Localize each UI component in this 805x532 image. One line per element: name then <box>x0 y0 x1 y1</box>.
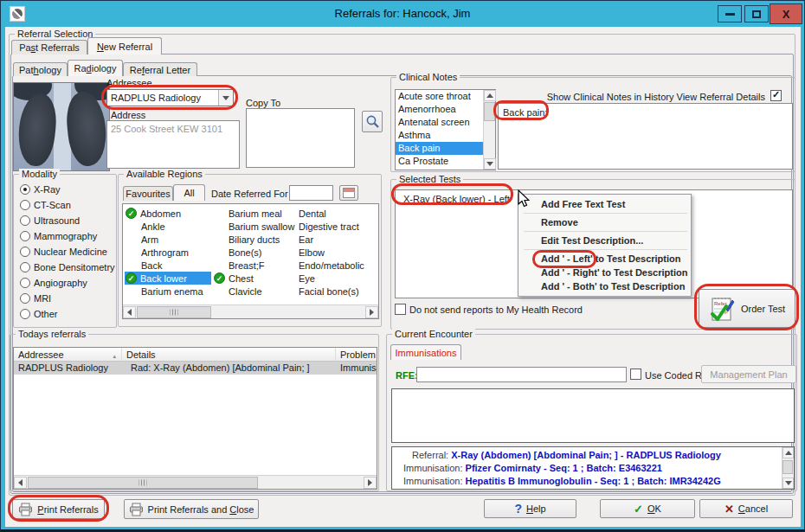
address-value: 25 Cook Street KEW 3101 <box>107 121 239 137</box>
tab-new-referral[interactable]: New Referral <box>87 37 162 54</box>
chevron-down-icon[interactable] <box>218 90 233 106</box>
title-bar: Referrals for: Hancock, Jim X <box>1 1 804 27</box>
menu-item-edit-description[interactable]: Edit Test Description... <box>520 234 689 247</box>
address-box: 25 Cook Street KEW 3101 <box>106 120 240 169</box>
copy-to-label: Copy To <box>246 98 280 108</box>
tab-pathology[interactable]: Pathology <box>13 62 68 76</box>
mouse-cursor-icon <box>518 189 530 208</box>
region-arm[interactable]: Arm <box>125 233 211 246</box>
column-header-addressee[interactable]: Addressee▴ <box>14 348 122 362</box>
tab-past-referrals[interactable]: Past Referrals <box>11 40 87 54</box>
list-item[interactable]: Asthma <box>396 129 495 142</box>
radio-angiography[interactable]: Angiography <box>20 278 87 288</box>
tab-all[interactable]: All <box>173 184 205 201</box>
clinical-notes-scrollbar[interactable] <box>483 90 495 170</box>
context-menu: Add Free Text Test Remove Edit Test Desc… <box>518 194 692 297</box>
todays-referrals-hscrollbar[interactable] <box>14 475 377 489</box>
print-referrals-button[interactable]: Print Referrals <box>12 499 105 519</box>
todays-referrals-group: Todays referrals Addressee▴ Details Prob… <box>10 334 379 491</box>
menu-item-add-both[interactable]: Add ' - Both' to Test Description <box>520 279 689 293</box>
addressee-combobox[interactable]: RADPLUS Radiology <box>106 89 234 106</box>
modality-group: Modality X-Ray CT-Scan Ultrasound Mammog… <box>13 174 117 328</box>
mhr-checkbox[interactable] <box>395 304 406 315</box>
sort-asc-icon: ▴ <box>113 349 116 362</box>
menu-item-remove[interactable]: Remove <box>520 215 689 229</box>
region-abdomen[interactable]: ✓Abdomen <box>125 207 211 220</box>
table-row[interactable]: RADPLUS Radiology Rad: X-Ray (Abdomen) [… <box>14 362 377 375</box>
radio-bone-densitometry[interactable]: Bone Densitometry <box>20 262 115 272</box>
tab-referral-letter[interactable]: Referral Letter <box>123 62 197 76</box>
minimize-button[interactable] <box>718 5 742 22</box>
region-biliary-ducts[interactable]: Biliary ducts <box>214 233 295 246</box>
management-plan-button[interactable]: Management Plan <box>701 365 796 383</box>
list-item[interactable]: Amenorrhoea <box>396 103 495 116</box>
list-item[interactable]: Ca Prostate <box>396 155 495 168</box>
region-ankle[interactable]: Ankle <box>125 220 211 233</box>
encounter-notes-box[interactable] <box>391 388 795 443</box>
print-referrals-close-button[interactable]: Print Referrals and Close <box>124 499 259 519</box>
date-referred-label: Date Referred For <box>211 189 288 199</box>
radio-other[interactable]: Other <box>20 309 58 319</box>
ok-button[interactable]: ✓ OK <box>600 499 695 518</box>
radio-ultrasound[interactable]: Ultrasound <box>20 215 80 226</box>
search-addressee-button[interactable] <box>362 111 383 132</box>
region-barium-meal[interactable]: Barium meal <box>214 207 295 220</box>
region-chest[interactable]: ✓Chest <box>214 272 295 285</box>
region-ear[interactable]: Ear <box>297 233 377 246</box>
printer-icon <box>18 503 33 516</box>
region-back-lower-selected[interactable]: ✓Back lower <box>125 272 211 285</box>
radio-mammography[interactable]: Mammography <box>20 231 97 241</box>
region-barium-swallow[interactable]: Barium swallow <box>214 220 295 233</box>
date-referred-input[interactable] <box>289 185 333 201</box>
region-eye[interactable]: Eye <box>297 272 377 285</box>
close-icon: X <box>782 8 790 21</box>
show-clinical-notes-checkbox[interactable] <box>770 90 782 101</box>
clinical-notes-text: Back pain; <box>499 104 792 121</box>
region-digestive-tract[interactable]: Digestive tract <box>297 220 377 233</box>
list-item[interactable]: Antenatal screen <box>396 116 495 129</box>
tab-favourites[interactable]: Favourites <box>123 186 173 201</box>
column-header-problem[interactable]: Problem <box>336 348 377 362</box>
maximize-button[interactable] <box>744 5 769 22</box>
mhr-label: Do not send reports to My Health Record <box>409 304 583 315</box>
region-bones[interactable]: Bone(s) <box>214 246 295 259</box>
encounter-entry: Immunisation: Pfizer Comirnaty - Seq: 1 … <box>403 463 776 473</box>
region-arthrogram[interactable]: Arthrogram <box>125 246 211 259</box>
close-button[interactable]: X <box>770 3 802 24</box>
regions-hscrollbar[interactable] <box>123 304 378 318</box>
region-barium-enema[interactable]: Barium enema <box>125 285 211 298</box>
regions-list: ✓Abdomen Barium meal Dental Ankle Barium… <box>122 203 379 319</box>
region-facial-bones[interactable]: Facial bone(s) <box>297 285 377 298</box>
tab-immunisations[interactable]: Immunisations <box>390 344 461 360</box>
calendar-button[interactable] <box>339 185 358 201</box>
menu-item-add-left[interactable]: Add ' - Left' to Test Description <box>520 252 689 266</box>
list-item-selected[interactable]: Back pain <box>396 142 495 155</box>
row-problem-cell: Immunisation <box>336 362 377 375</box>
tab-radiology[interactable]: Radiology <box>68 60 123 76</box>
radio-xray[interactable]: X-Ray <box>20 184 61 195</box>
region-breast-f[interactable]: Breast;F <box>214 259 295 272</box>
copy-to-box[interactable] <box>246 108 355 168</box>
cancel-button[interactable]: ✕ Cancel <box>699 499 793 518</box>
clinical-notes-textarea[interactable]: Back pain; <box>498 103 793 170</box>
menu-item-add-free-text[interactable]: Add Free Text Test <box>520 197 689 211</box>
encounter-entry: Referral: X-Ray (Abdomen) [Abdominal Pai… <box>412 450 776 460</box>
list-item[interactable]: Acute sore throat <box>396 90 495 103</box>
region-endo-metabolic[interactable]: Endo/metabolic <box>297 259 377 272</box>
region-back[interactable]: Back <box>125 259 211 272</box>
radio-ct-scan[interactable]: CT-Scan <box>20 200 71 210</box>
column-header-details[interactable]: Details <box>122 348 336 362</box>
entries-vscrollbar[interactable] <box>782 447 794 489</box>
menu-separator <box>524 213 687 214</box>
region-elbow[interactable]: Elbow <box>297 246 377 259</box>
maximize-icon <box>752 10 761 18</box>
region-clavicle[interactable]: Clavicle <box>214 285 295 298</box>
order-test-button[interactable]: Refer Order Test <box>699 289 795 328</box>
use-coded-rfes-checkbox[interactable] <box>630 369 641 380</box>
menu-item-add-right[interactable]: Add ' - Right' to Test Description <box>520 266 689 279</box>
radio-nuclear-medicine[interactable]: Nuclear Medicine <box>20 247 107 257</box>
help-button[interactable]: ? Help <box>484 499 576 518</box>
rfe-input[interactable] <box>416 367 627 382</box>
region-dental[interactable]: Dental <box>297 207 377 220</box>
radio-mri[interactable]: MRI <box>20 293 51 304</box>
